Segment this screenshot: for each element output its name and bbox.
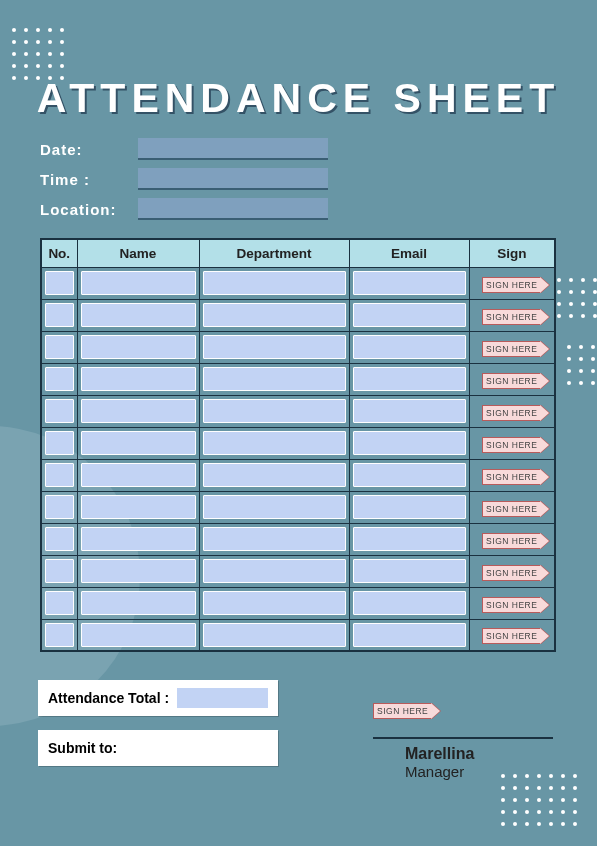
meta-row-time: Time : (40, 168, 328, 190)
name-cell[interactable] (81, 495, 196, 519)
email-cell[interactable] (353, 591, 466, 615)
department-cell[interactable] (203, 495, 346, 519)
sign-here-tag[interactable]: SIGN HERE (482, 597, 541, 613)
table-row: SIGN HERE (41, 299, 555, 331)
header-no: No. (41, 239, 77, 267)
bottom-left-block: Attendance Total : Submit to: (38, 680, 278, 780)
name-cell[interactable] (81, 271, 196, 295)
page-title: ATTENDANCE SHEET (0, 75, 597, 122)
no-cell[interactable] (45, 591, 74, 615)
sign-here-tag[interactable]: SIGN HERE (482, 501, 541, 517)
email-cell[interactable] (353, 271, 466, 295)
signature-role: Manager (373, 763, 553, 780)
department-cell[interactable] (203, 303, 346, 327)
no-cell[interactable] (45, 399, 74, 423)
department-cell[interactable] (203, 431, 346, 455)
sign-here-tag[interactable]: SIGN HERE (482, 373, 541, 389)
table-row: SIGN HERE (41, 363, 555, 395)
submit-to-field[interactable] (125, 738, 268, 758)
attendance-table: No. Name Department Email Sign SIGN HERE… (40, 238, 556, 652)
name-cell[interactable] (81, 303, 196, 327)
email-cell[interactable] (353, 367, 466, 391)
sign-here-tag[interactable]: SIGN HERE (482, 309, 541, 325)
time-field[interactable] (138, 168, 328, 190)
department-cell[interactable] (203, 463, 346, 487)
decorative-dots-bottom-right (501, 774, 577, 826)
sign-here-tag[interactable]: SIGN HERE (482, 437, 541, 453)
header-name: Name (77, 239, 199, 267)
email-cell[interactable] (353, 303, 466, 327)
time-label: Time : (40, 171, 138, 188)
email-cell[interactable] (353, 623, 466, 647)
department-cell[interactable] (203, 623, 346, 647)
no-cell[interactable] (45, 463, 74, 487)
department-cell[interactable] (203, 399, 346, 423)
sign-here-tag[interactable]: SIGN HERE (482, 341, 541, 357)
department-cell[interactable] (203, 271, 346, 295)
date-label: Date: (40, 141, 138, 158)
department-cell[interactable] (203, 335, 346, 359)
attendance-total-label: Attendance Total : (48, 690, 169, 706)
department-cell[interactable] (203, 527, 346, 551)
name-cell[interactable] (81, 623, 196, 647)
no-cell[interactable] (45, 495, 74, 519)
name-cell[interactable] (81, 399, 196, 423)
name-cell[interactable] (81, 367, 196, 391)
sign-here-tag[interactable]: SIGN HERE (482, 277, 541, 293)
attendance-total-field[interactable] (177, 688, 268, 708)
signature-name: Marellina (373, 745, 553, 763)
sign-here-tag[interactable]: SIGN HERE (482, 533, 541, 549)
table-row: SIGN HERE (41, 523, 555, 555)
name-cell[interactable] (81, 527, 196, 551)
table-row: SIGN HERE (41, 555, 555, 587)
no-cell[interactable] (45, 623, 74, 647)
name-cell[interactable] (81, 431, 196, 455)
signature-block: SIGN HERE Marellina Manager (373, 700, 553, 780)
location-label: Location: (40, 201, 138, 218)
no-cell[interactable] (45, 527, 74, 551)
name-cell[interactable] (81, 591, 196, 615)
meta-block: Date: Time : Location: (40, 138, 328, 228)
location-field[interactable] (138, 198, 328, 220)
no-cell[interactable] (45, 559, 74, 583)
sign-here-tag[interactable]: SIGN HERE (482, 469, 541, 485)
email-cell[interactable] (353, 527, 466, 551)
email-cell[interactable] (353, 431, 466, 455)
manager-sign-here[interactable]: SIGN HERE (373, 700, 553, 719)
header-sign: Sign (469, 239, 555, 267)
header-email: Email (349, 239, 469, 267)
sign-here-tag[interactable]: SIGN HERE (482, 565, 541, 581)
table-row: SIGN HERE (41, 587, 555, 619)
email-cell[interactable] (353, 335, 466, 359)
sign-here-tag: SIGN HERE (373, 703, 432, 719)
decorative-dots-right-1 (557, 278, 597, 318)
no-cell[interactable] (45, 431, 74, 455)
name-cell[interactable] (81, 335, 196, 359)
department-cell[interactable] (203, 367, 346, 391)
no-cell[interactable] (45, 367, 74, 391)
sign-here-tag[interactable]: SIGN HERE (482, 405, 541, 421)
no-cell[interactable] (45, 271, 74, 295)
email-cell[interactable] (353, 399, 466, 423)
email-cell[interactable] (353, 559, 466, 583)
attendance-total-box: Attendance Total : (38, 680, 278, 716)
table-row: SIGN HERE (41, 395, 555, 427)
header-department: Department (199, 239, 349, 267)
date-field[interactable] (138, 138, 328, 160)
name-cell[interactable] (81, 559, 196, 583)
no-cell[interactable] (45, 335, 74, 359)
email-cell[interactable] (353, 463, 466, 487)
name-cell[interactable] (81, 463, 196, 487)
meta-row-location: Location: (40, 198, 328, 220)
attendance-table-wrap: No. Name Department Email Sign SIGN HERE… (40, 238, 556, 652)
decorative-dots-right-2 (567, 345, 597, 385)
no-cell[interactable] (45, 303, 74, 327)
submit-to-label: Submit to: (48, 740, 117, 756)
sign-here-tag[interactable]: SIGN HERE (482, 628, 541, 644)
table-row: SIGN HERE (41, 427, 555, 459)
email-cell[interactable] (353, 495, 466, 519)
submit-to-box: Submit to: (38, 730, 278, 766)
table-row: SIGN HERE (41, 491, 555, 523)
department-cell[interactable] (203, 559, 346, 583)
department-cell[interactable] (203, 591, 346, 615)
